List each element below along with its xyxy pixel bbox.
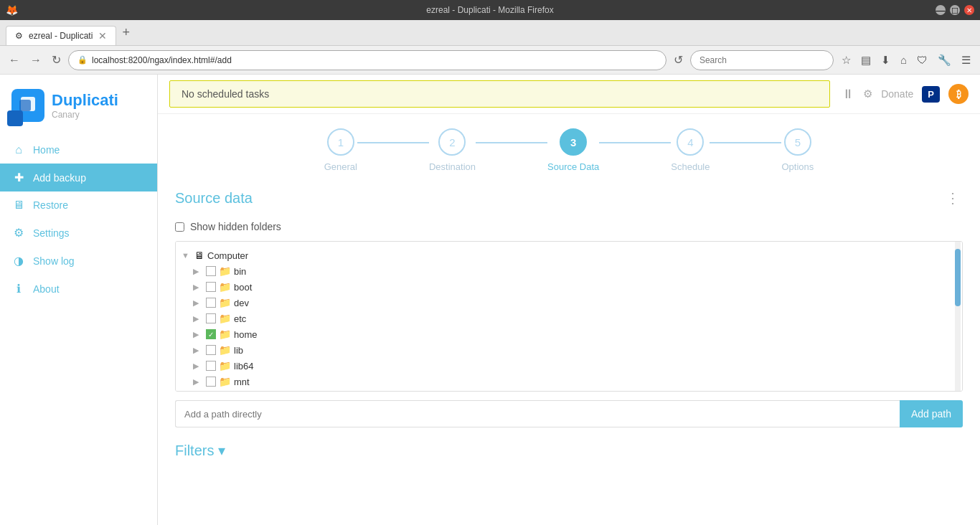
sidebar-logo: Duplicati Canary [0,82,157,136]
sidebar-label-show-log: Show log [33,255,75,267]
paypal-label: P [928,89,934,100]
spinner-icon: ⚙ [863,88,872,100]
home-folder-icon: 📁 [219,328,231,340]
tree-item-lib64[interactable]: ▶ 📁 lib64 [176,358,962,374]
show-hidden-checkbox[interactable] [175,222,184,232]
sidebar-item-settings[interactable]: ⚙ Settings [0,219,157,247]
tree-item-mnt[interactable]: ▶ 📁 mnt [176,374,962,389]
paypal-button[interactable]: P [922,86,940,103]
tree-item-bin[interactable]: ▶ 📁 bin [176,263,962,279]
sidebar-item-show-log[interactable]: ◑ Show log [0,247,157,275]
add-path-button[interactable]: Add path [900,400,963,427]
toolbar-icons: ☆ ▤ ⬇ ⌂ 🛡 🔧 ☰ [838,52,974,69]
top-bar-actions: ⏸ ⚙ Donate P ₿ [842,84,969,104]
dev-checkbox[interactable] [206,298,216,308]
step-1-circle: 1 [327,128,354,156]
tree-item-home[interactable]: ▶ ✓ 📁 home [176,326,962,342]
step-2-label: Destination [429,161,476,172]
step-connector-4 [710,142,781,143]
etc-folder-icon: 📁 [219,313,231,324]
search-input[interactable] [690,50,834,70]
tree-item-dev[interactable]: ▶ 📁 dev [176,295,962,311]
step-2[interactable]: 2 Destination [429,128,476,172]
bin-folder-icon: 📁 [219,265,231,277]
sidebar-item-restore[interactable]: 🖥 Restore [0,191,157,219]
main-content: No scheduled tasks ⏸ ⚙ Donate P ₿ 1 Gene [158,75,980,525]
etc-checkbox[interactable] [206,313,216,323]
refresh-button[interactable]: ↻ [49,50,64,70]
pause-icon[interactable]: ⏸ [842,87,854,102]
root-arrow: ▼ [182,251,192,260]
donate-label: Donate [881,88,913,100]
reader-icon[interactable]: ▤ [857,52,875,69]
bin-checkbox[interactable] [206,266,216,276]
notification-banner: No scheduled tasks [169,80,830,108]
minimize-button[interactable]: — [936,5,946,15]
extensions-icon[interactable]: 🔧 [934,52,955,69]
sidebar-item-home[interactable]: ⌂ Home [0,136,157,164]
step-3-circle: 3 [560,128,587,156]
mnt-checkbox[interactable] [206,377,216,387]
active-tab[interactable]: ⚙ ezreal - Duplicati ✕ [6,26,116,45]
path-input[interactable] [175,400,900,427]
lib-checkbox[interactable] [206,345,216,355]
bookmark-icon[interactable]: ☆ [838,52,854,69]
sidebar-item-about[interactable]: ℹ About [0,275,157,303]
filters-section: Filters ▾ [175,442,963,459]
step-5[interactable]: 5 Options [781,128,814,172]
about-icon: ℹ [11,282,26,295]
lib64-checkbox[interactable] [206,361,216,371]
dev-arrow: ▶ [193,298,203,308]
maximize-button[interactable]: □ [950,5,960,15]
logo-title: Duplicati [52,91,118,110]
back-button[interactable]: ← [6,51,23,70]
step-4[interactable]: 4 Schedule [671,128,710,172]
logo-subtitle: Canary [52,110,118,120]
etc-arrow: ▶ [193,314,203,323]
boot-arrow: ▶ [193,283,203,292]
root-label: Computer [207,250,248,261]
sidebar-item-add-backup[interactable]: ✚ Add backup [0,164,157,191]
mnt-label: mnt [234,377,250,387]
close-button[interactable]: ✕ [964,5,974,15]
lib-arrow: ▶ [193,346,203,355]
shield-icon[interactable]: 🛡 [913,52,931,68]
tree-root-item[interactable]: ▼ 🖥 Computer [176,247,962,263]
tree-item-etc[interactable]: ▶ 📁 etc [176,311,962,326]
new-tab-button[interactable]: + [116,22,136,43]
sidebar-label-add-backup: Add backup [33,172,86,184]
step-3-label: Source Data [547,161,599,172]
firefox-icon: 🦊 [6,4,18,16]
url-bar[interactable]: 🔒 localhost:8200/ngax/index.html#/add [68,50,666,70]
restore-icon: 🖥 [11,199,26,212]
section-menu-button[interactable]: ⋮ [943,186,963,209]
tree-item-lib[interactable]: ▶ 📁 lib [176,342,962,358]
logo-icon [11,89,44,122]
add-path-bar: Add path [175,400,963,427]
home-tree-arrow: ▶ [193,330,203,339]
filters-title: Filters ▾ [175,442,963,459]
home-checkbox[interactable]: ✓ [206,329,216,339]
reload-button[interactable]: ↺ [671,50,686,70]
wizard-steps: 1 General 2 Destination 3 Source Data [158,114,980,186]
tree-scrollbar-thumb[interactable] [955,249,961,306]
forward-button[interactable]: → [27,51,44,70]
tab-close-button[interactable]: ✕ [98,31,107,41]
step-1[interactable]: 1 General [324,128,357,172]
step-3[interactable]: 3 Source Data [547,128,599,172]
bitcoin-button[interactable]: ₿ [948,84,969,104]
menu-icon[interactable]: ☰ [958,52,974,69]
boot-label: boot [234,282,252,293]
tree-item-boot[interactable]: ▶ 📁 boot [176,279,962,295]
tree-scrollbar[interactable] [955,242,961,391]
boot-checkbox[interactable] [206,282,216,292]
file-tree: ▼ 🖥 Computer ▶ 📁 bin ▶ 📁 boot [175,241,963,392]
lib-label: lib [234,345,243,356]
log-icon: ◑ [11,254,26,268]
download-icon[interactable]: ⬇ [877,52,894,69]
tab-title: ezreal - Duplicati [29,31,93,41]
root-computer-icon: 🖥 [194,250,204,261]
home-browser-icon[interactable]: ⌂ [897,52,910,68]
notification-text: No scheduled tasks [182,88,269,100]
show-hidden-label[interactable]: Show hidden folders [175,221,963,232]
